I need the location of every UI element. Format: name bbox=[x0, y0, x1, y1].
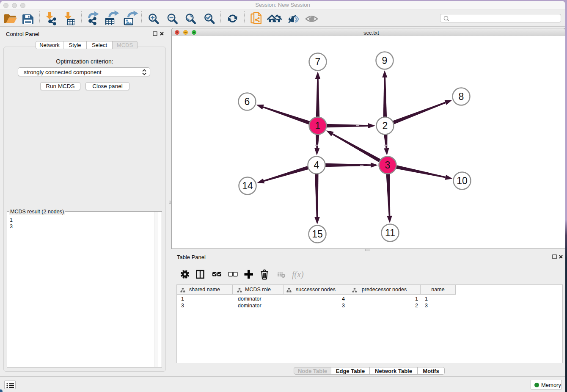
svg-text:8: 8 bbox=[459, 91, 464, 102]
svg-text:2: 2 bbox=[383, 120, 388, 131]
svg-text:f(x): f(x) bbox=[292, 270, 304, 279]
svg-text:10: 10 bbox=[457, 175, 468, 186]
svg-text:4: 4 bbox=[314, 160, 319, 171]
svg-text:3: 3 bbox=[385, 160, 391, 171]
svg-text:14: 14 bbox=[242, 180, 253, 191]
svg-text:9: 9 bbox=[382, 55, 388, 66]
svg-text:15: 15 bbox=[312, 229, 323, 240]
svg-text:1: 1 bbox=[315, 120, 321, 131]
svg-text:7: 7 bbox=[315, 56, 321, 67]
svg-text:11: 11 bbox=[385, 227, 395, 238]
svg-text:6: 6 bbox=[245, 96, 250, 107]
